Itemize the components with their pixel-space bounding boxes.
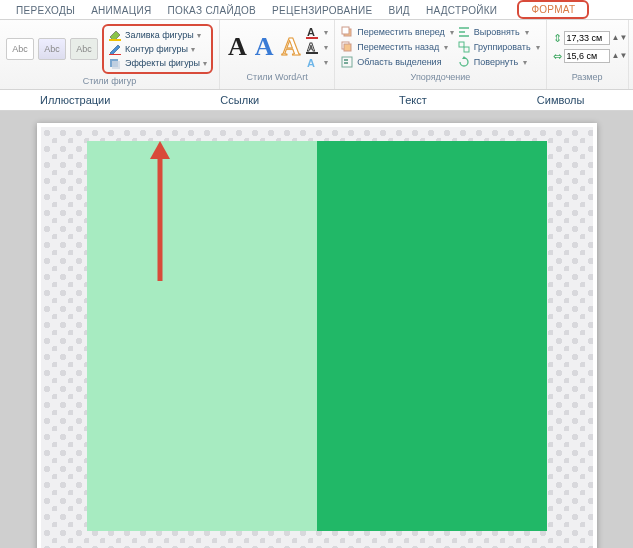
group-wordart-label: Стили WordArt [247,70,308,84]
chevron-down-icon: ▾ [523,58,527,67]
send-backward-button[interactable]: Переместить назад▾ [341,40,453,55]
wordart-preset-1[interactable]: A [226,32,249,62]
height-spinner[interactable]: ▲▼ [612,35,622,41]
chevron-down-icon: ▾ [450,28,454,37]
chevron-down-icon: ▾ [525,28,529,37]
sb-symbols[interactable]: Символы [537,94,585,106]
chevron-down-icon: ▾ [536,43,540,52]
sb-links[interactable]: Ссылки [220,94,259,106]
tab-animation[interactable]: АНИМАЦИЯ [83,3,159,19]
bring-forward-label: Переместить вперед [357,27,444,37]
shape-fill-button[interactable]: Заливка фигуры▾ [108,28,207,42]
svg-rect-0 [109,39,121,41]
chevron-down-icon: ▾ [324,58,328,67]
align-label: Выровнять [474,27,520,37]
insert-subtoolbar: Иллюстрации Ссылки Текст Символы Мультим… [0,90,633,111]
svg-rect-17 [464,47,469,52]
svg-rect-7 [306,52,318,54]
svg-rect-12 [344,44,351,51]
text-outline-icon: A [306,41,319,54]
chevron-down-icon: ▾ [324,43,328,52]
bring-forward-button[interactable]: Переместить вперед▾ [341,25,453,40]
height-input[interactable] [564,31,610,45]
svg-rect-14 [344,59,348,61]
shape-outline-label: Контур фигуры [125,44,188,54]
tab-format[interactable]: ФОРМАТ [517,0,589,19]
shape-fill-label: Заливка фигуры [125,30,194,40]
group-size-label: Размер [572,70,603,84]
svg-rect-5 [306,37,318,39]
height-icon: ⇕ [553,32,562,45]
wordart-preset-3[interactable]: A [280,32,303,62]
pen-outline-icon [108,43,122,55]
shape-effects-label: Эффекты фигуры [125,58,200,68]
width-spinner[interactable]: ▲▼ [612,53,622,59]
group-shape-styles: Abc Abc Abc Заливка фигуры▾ Контур фигур… [0,20,220,89]
effects-icon [108,57,122,69]
bring-forward-icon [341,26,354,39]
svg-text:A: A [307,41,315,53]
shape-style-thumb-2[interactable]: Abc [38,38,66,60]
chevron-down-icon: ▾ [324,28,328,37]
ribbon: Abc Abc Abc Заливка фигуры▾ Контур фигур… [0,20,633,90]
selection-pane-icon [341,56,354,69]
group-arrange: Переместить вперед▾ Переместить назад▾ О… [335,20,546,89]
svg-rect-10 [342,27,349,34]
width-input[interactable] [564,49,610,63]
svg-rect-16 [459,42,464,47]
wordart-preset-2[interactable]: A [253,32,276,62]
selection-pane-label: Область выделения [357,57,441,67]
send-backward-label: Переместить назад [357,42,439,52]
tab-addins[interactable]: НАДСТРОЙКИ [418,3,505,19]
text-outline-button[interactable]: A▾ [306,40,328,55]
ribbon-tabstrip: ПЕРЕХОДЫ АНИМАЦИЯ ПОКАЗ СЛАЙДОВ РЕЦЕНЗИР… [0,0,633,20]
text-effects-button[interactable]: A▾ [306,55,328,70]
group-objects-label: Группировать [474,42,531,52]
rotate-label: Повернуть [474,57,518,67]
chevron-down-icon: ▾ [444,43,448,52]
group-objects-button[interactable]: Группировать▾ [458,40,540,55]
shape-outline-button[interactable]: Контур фигуры▾ [108,42,207,56]
align-icon [458,26,471,39]
tab-slideshow[interactable]: ПОКАЗ СЛАЙДОВ [159,3,264,19]
sb-illustrations[interactable]: Иллюстрации [40,94,110,106]
tab-transitions[interactable]: ПЕРЕХОДЫ [8,3,83,19]
group-arrange-label: Упорядочение [411,70,471,84]
align-button[interactable]: Выровнять▾ [458,25,540,40]
shape-fill-outline-cluster: Заливка фигуры▾ Контур фигуры▾ Эффекты ф… [102,24,213,74]
tab-review[interactable]: РЕЦЕНЗИРОВАНИЕ [264,3,380,19]
tab-view[interactable]: ВИД [380,3,418,19]
chevron-down-icon: ▾ [203,59,207,68]
split-right[interactable] [317,141,547,531]
slide-frame[interactable] [37,123,597,548]
shape-style-thumb-1[interactable]: Abc [6,38,34,60]
group-icon [458,41,471,54]
chevron-down-icon: ▾ [191,45,195,54]
width-icon: ⇔ [553,50,562,63]
send-backward-icon [341,41,354,54]
shape-style-thumb-3[interactable]: Abc [70,38,98,60]
group-shape-styles-label: Стили фигур [83,74,137,88]
text-effects-icon: A [306,56,319,69]
svg-text:A: A [307,26,315,38]
rotate-button[interactable]: Повернуть▾ [458,55,540,70]
rotate-icon [458,56,471,69]
svg-rect-3 [112,61,120,69]
shape-effects-button[interactable]: Эффекты фигуры▾ [108,56,207,70]
slide-workspace [0,111,633,548]
svg-rect-15 [344,62,348,64]
sb-text[interactable]: Текст [399,94,427,106]
text-fill-icon: A [306,26,319,39]
split-left[interactable] [87,141,317,531]
svg-text:A: A [307,57,315,69]
svg-rect-1 [109,54,121,55]
slide-background [41,127,593,548]
text-fill-button[interactable]: A▾ [306,25,328,40]
chevron-down-icon: ▾ [197,31,201,40]
paint-bucket-icon [108,29,122,41]
selection-pane-button[interactable]: Область выделения [341,55,453,70]
group-wordart-styles: A A A A▾ A▾ A▾ Стили WordArt [220,20,335,89]
split-shape[interactable] [87,141,547,531]
group-size: ⇕ ▲▼ ⇔ ▲▼ Размер [547,20,629,89]
